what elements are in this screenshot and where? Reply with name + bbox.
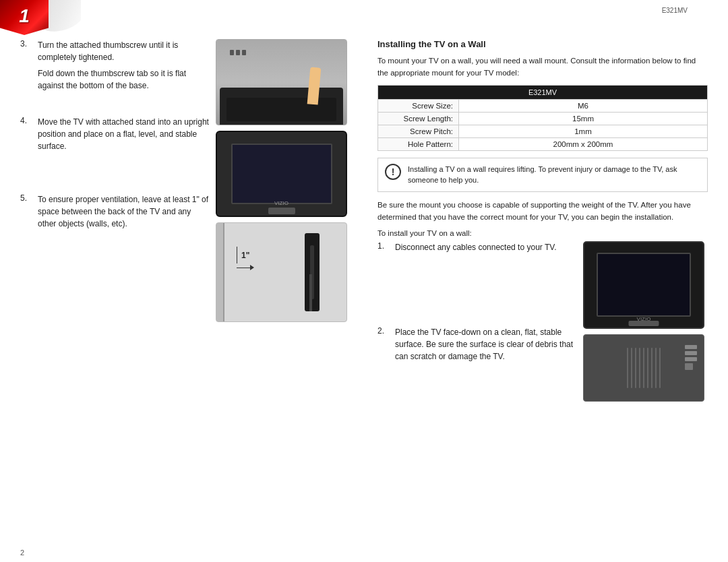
install-intro: To install your TV on a wall: — [377, 229, 708, 237]
step-3-text1: Turn the attached thumbscrew until it is… — [38, 39, 209, 63]
warning-text: Installing a TV on a wall requires lifti… — [408, 164, 700, 186]
step-5-text1: To ensure proper ventilation, leave at l… — [38, 193, 209, 230]
tv-stand-image: VIZIO — [216, 131, 347, 217]
logo-number: 1 — [19, 5, 30, 27]
install-step-2-number: 2. — [377, 326, 390, 363]
thumbscrew-image — [216, 39, 347, 125]
left-column: 3. Turn the attached thumbscrew until it… — [0, 32, 364, 549]
step-3-text2: Fold down the thumbscrew tab so it is fl… — [38, 67, 209, 92]
tv-front-screen — [597, 253, 691, 317]
warning-icon: ! — [385, 164, 401, 180]
specs-table-row: Screw Size:M6 — [378, 99, 708, 112]
logo-badge: 1 — [0, 0, 49, 35]
install-step-1-text: Disconnect any cables connected to your … — [395, 241, 556, 253]
step-4-text: Move the TV with attached stand into an … — [38, 116, 209, 156]
install-step-2: 2. Place the TV face-down on a clean, fl… — [377, 326, 576, 363]
vizio-brand-label: VIZIO — [274, 200, 289, 206]
measurement-label: 1" — [241, 251, 249, 260]
model-number-header: E321MV — [662, 7, 688, 14]
step-4: 4. Move the TV with attached stand into … — [20, 116, 209, 156]
images-col: VIZIO 1" — [216, 39, 351, 322]
tv-stand-base — [268, 208, 295, 214]
install-step-1-number: 1. — [377, 241, 390, 253]
step-3-text: Turn the attached thumbscrew until it is… — [38, 39, 209, 96]
section-title: Installing the TV on a Wall — [377, 39, 708, 49]
warning-box: ! Installing a TV on a wall requires lif… — [377, 158, 708, 192]
clearance-image: 1" — [216, 222, 347, 322]
step-3-number: 3. — [20, 39, 32, 96]
step-5-number: 5. — [20, 193, 32, 234]
steps-images-section: 3. Turn the attached thumbscrew until it… — [20, 39, 351, 322]
install-steps-section: 1. Disconnect any cables connected to yo… — [377, 241, 708, 402]
specs-table: E321MV Screw Size:M6Screw Length:15mmScr… — [377, 85, 708, 151]
support-text: Be sure the mount you choose is capable … — [377, 199, 708, 224]
install-step-1: 1. Disconnect any cables connected to yo… — [377, 241, 576, 253]
specs-table-row: Screw Length:15mm — [378, 112, 708, 125]
tv-front-stand — [629, 321, 659, 326]
tv-screen — [231, 144, 332, 204]
table-header: E321MV — [378, 85, 708, 99]
install-steps-text: 1. Disconnect any cables connected to yo… — [377, 241, 576, 402]
specs-value: 15mm — [459, 112, 708, 125]
step-4-text1: Move the TV with attached stand into an … — [38, 116, 209, 152]
right-column: Installing the TV on a Wall To mount you… — [364, 32, 728, 549]
step-3: 3. Turn the attached thumbscrew until it… — [20, 39, 209, 96]
tv-front-image: VIZIO — [583, 241, 704, 329]
tv-back-vents — [627, 348, 661, 388]
main-content: 3. Turn the attached thumbscrew until it… — [0, 32, 728, 549]
page-header: 1 E321MV — [0, 0, 728, 32]
section-intro-text: To mount your TV on a wall, you will nee… — [377, 55, 708, 80]
specs-label: Screw Size: — [378, 99, 459, 112]
tv-back-image — [583, 334, 704, 402]
specs-value: 200mm x 200mm — [459, 137, 708, 150]
specs-label: Screw Pitch: — [378, 125, 459, 137]
step-4-number: 4. — [20, 116, 32, 156]
step-5-text: To ensure proper ventilation, leave at l… — [38, 193, 209, 234]
specs-table-row: Hole Pattern:200mm x 200mm — [378, 137, 708, 150]
specs-value: M6 — [459, 99, 708, 112]
install-step-2-text: Place the TV face-down on a clean, flat,… — [395, 326, 576, 363]
steps-col: 3. Turn the attached thumbscrew until it… — [20, 39, 209, 322]
step-5: 5. To ensure proper ventilation, leave a… — [20, 193, 209, 234]
specs-label: Hole Pattern: — [378, 137, 459, 150]
specs-label: Screw Length: — [378, 112, 459, 125]
specs-table-row: Screw Pitch:1mm — [378, 125, 708, 137]
install-step-images: VIZIO — [583, 241, 708, 402]
specs-value: 1mm — [459, 125, 708, 137]
page-number: 2 — [20, 549, 24, 557]
